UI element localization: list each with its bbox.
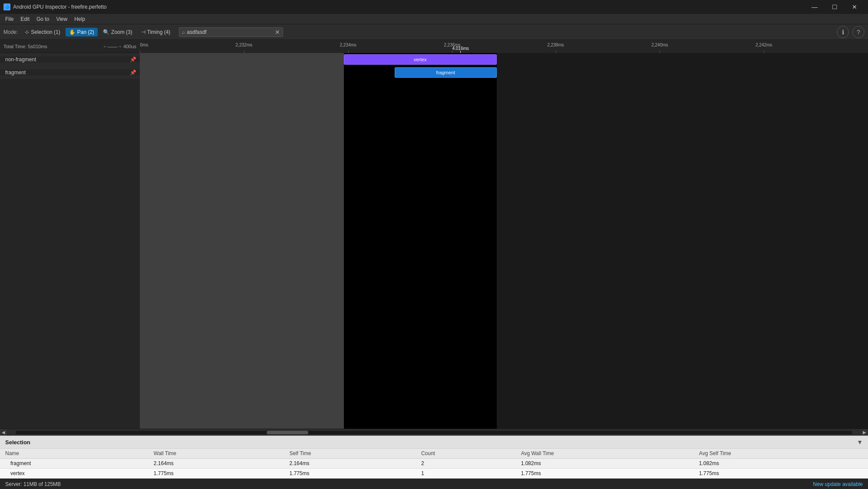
- track-canvas-non-fragment[interactable]: vertex: [140, 53, 868, 66]
- table-header-row: Name Wall Time Self Time Count Avg Wall …: [0, 449, 868, 459]
- mode-selection-button[interactable]: ⊹ Selection (1): [21, 28, 63, 36]
- ruler-label-3: 2,236ms: [444, 43, 460, 47]
- empty-zone-left: [140, 79, 344, 429]
- row-0-count: 2: [416, 459, 516, 469]
- timeline-ruler: 2,230ms 2,232ms 2,234ms 2,236ms 2,238ms …: [140, 40, 868, 53]
- scale-label: ←——→ 400us: [103, 44, 136, 49]
- pin-icon-non-fragment[interactable]: 📌: [130, 56, 136, 63]
- horizontal-scrollbar: ◀ ▶: [0, 429, 868, 436]
- zoom-icon: 🔍: [103, 29, 109, 35]
- selection-panel: Selection ▼ Name Wall Time Self Time Cou…: [0, 436, 868, 479]
- pan-label: Pan (2): [77, 29, 94, 35]
- window-controls: — ☐ ✕: [805, 0, 865, 14]
- timeline-main: Total Time: 5s010ms ←——→ 400us 2,230ms 2…: [0, 40, 868, 436]
- search-input[interactable]: [187, 29, 275, 35]
- close-button[interactable]: ✕: [845, 0, 865, 14]
- scroll-right-button[interactable]: ▶: [861, 429, 868, 436]
- track-non-fragment: non-fragment 📌 vertex: [0, 53, 868, 66]
- row-1-avg-self: 1.775ms: [694, 469, 868, 479]
- empty-canvas-area[interactable]: [140, 79, 868, 429]
- row-0-wall-time: 2.164ms: [149, 459, 284, 469]
- vertex-bar[interactable]: vertex: [344, 54, 497, 65]
- ruler-label-5: 2,240ms: [651, 43, 668, 47]
- track-label-non-fragment: non-fragment 📌: [0, 56, 140, 63]
- scroll-left-button[interactable]: ◀: [0, 429, 7, 436]
- col-self-time: Self Time: [284, 449, 416, 459]
- empty-zone-mid: [344, 79, 497, 429]
- menu-help[interactable]: Help: [71, 15, 89, 23]
- col-name: Name: [0, 449, 149, 459]
- track-fragment: fragment 📌 fragment: [0, 66, 868, 79]
- ruler-label-0: 2,230ms: [140, 43, 148, 47]
- pin-icon-fragment[interactable]: 📌: [130, 69, 136, 76]
- server-label: Server:: [5, 481, 22, 487]
- scroll-track[interactable]: [16, 431, 852, 434]
- ruler-label-2: 2,234ms: [340, 43, 356, 47]
- selection-tick: [460, 51, 461, 53]
- row-0-self-time: 2.164ms: [284, 459, 416, 469]
- status-bar: Server: 11MB of 125MB New update availab…: [0, 479, 868, 489]
- search-clear-button[interactable]: ✕: [275, 29, 280, 36]
- ruler-label-4: 2,238ms: [547, 43, 564, 47]
- window-title: Android GPU Inspector - freefire.perfett…: [13, 4, 106, 10]
- mode-pan-button[interactable]: ✋ Pan (2): [66, 28, 98, 36]
- ruler-tick-0: [140, 50, 140, 53]
- toolbar-right: ℹ ?: [837, 26, 865, 38]
- menu-bar: File Edit Go to View Help: [0, 14, 868, 24]
- row-1-count: 1: [416, 469, 516, 479]
- tracks-wrapper: non-fragment 📌 vertex fragment 📌 fragmen…: [0, 53, 868, 429]
- menu-view[interactable]: View: [53, 15, 71, 23]
- menu-file[interactable]: File: [2, 15, 17, 23]
- ruler-tick-6: [764, 50, 764, 53]
- selection-label: Selection (1): [31, 29, 60, 35]
- ruler-label-1: 2,232ms: [236, 43, 252, 47]
- vertex-label: vertex: [414, 57, 427, 62]
- fragment-bar[interactable]: fragment: [395, 67, 497, 78]
- selection-header: Selection ▼: [0, 436, 868, 449]
- menu-edit[interactable]: Edit: [17, 15, 33, 23]
- mode-label: Mode:: [3, 29, 18, 35]
- ruler-tick-5: [660, 50, 660, 53]
- search-box: ⌕ ✕: [179, 27, 283, 37]
- mode-zoom-button[interactable]: 🔍 Zoom (3): [99, 28, 136, 36]
- col-count: Count: [416, 449, 516, 459]
- timing-label: Timing (4): [147, 29, 171, 35]
- ruler-tick-4: [556, 50, 556, 53]
- empty-zone-right: [497, 79, 868, 429]
- table-row: vertex 1.775ms 1.775ms 1 1.775ms 1.775ms: [0, 469, 868, 479]
- title-bar: 🔷 Android GPU Inspector - freefire.perfe…: [0, 0, 868, 14]
- update-link[interactable]: New update available: [813, 481, 863, 487]
- total-time-label: Total Time: 5s010ms: [3, 44, 47, 49]
- status-server: Server: 11MB of 125MB: [5, 481, 61, 487]
- title-bar-left: 🔷 Android GPU Inspector - freefire.perfe…: [3, 3, 106, 10]
- pan-icon: ✋: [69, 29, 76, 35]
- track-canvas-fragment[interactable]: fragment: [140, 66, 868, 79]
- ruler-tick-1: [244, 50, 244, 53]
- maximize-button[interactable]: ☐: [825, 0, 845, 14]
- row-1-avg-wall: 1.775ms: [516, 469, 694, 479]
- fragment-label: fragment: [436, 70, 455, 75]
- row-0-avg-wall: 1.082ms: [516, 459, 694, 469]
- empty-label-area: [0, 79, 140, 429]
- server-value: 11MB of 125MB: [23, 481, 61, 487]
- timing-icon: ⊣: [141, 29, 145, 35]
- selection-icon: ⊹: [25, 29, 29, 35]
- timeline-header: Total Time: 5s010ms ←——→ 400us 2,230ms 2…: [0, 40, 868, 53]
- timeline-label-header: Total Time: 5s010ms ←——→ 400us: [0, 44, 140, 49]
- menu-goto[interactable]: Go to: [33, 15, 53, 23]
- col-wall-time: Wall Time: [149, 449, 284, 459]
- toolbar: Mode: ⊹ Selection (1) ✋ Pan (2) 🔍 Zoom (…: [0, 24, 868, 40]
- table-row: fragment 2.164ms 2.164ms 2 1.082ms 1.082…: [0, 459, 868, 469]
- selection-table: Name Wall Time Self Time Count Avg Wall …: [0, 449, 868, 479]
- row-0-name: fragment: [0, 459, 149, 469]
- minimize-button[interactable]: —: [805, 0, 825, 14]
- settings-button[interactable]: ?: [852, 26, 865, 38]
- info-button[interactable]: ℹ: [837, 26, 849, 38]
- search-icon: ⌕: [182, 29, 185, 35]
- mode-timing-button[interactable]: ⊣ Timing (4): [138, 28, 174, 36]
- selection-panel-toggle[interactable]: ▼: [857, 439, 863, 446]
- row-1-name: vertex: [0, 469, 149, 479]
- ruler-track: 2,230ms 2,232ms 2,234ms 2,236ms 2,238ms …: [140, 40, 868, 53]
- scroll-thumb[interactable]: [267, 431, 308, 434]
- ruler-tick-2: [348, 50, 349, 53]
